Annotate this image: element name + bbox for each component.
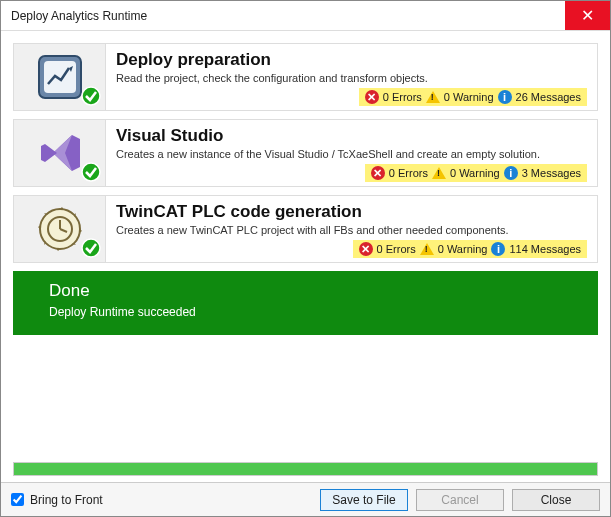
warnings-count: 0 Warning <box>444 91 494 103</box>
svg-rect-1 <box>44 61 76 93</box>
success-check-icon <box>81 238 101 258</box>
step-body: Visual Studio Creates a new instance of … <box>106 120 597 186</box>
error-icon: ✕ <box>359 242 373 256</box>
step-description: Read the project, check the configuratio… <box>116 72 587 84</box>
info-icon: i <box>498 90 512 104</box>
messages-count: 26 Messages <box>516 91 581 103</box>
info-icon: i <box>491 242 505 256</box>
chart-icon <box>35 52 85 102</box>
warning-icon <box>420 243 434 255</box>
progress-bar-wrap <box>1 462 610 482</box>
title-bar: Deploy Analytics Runtime ✕ <box>1 1 610 31</box>
success-check-icon <box>81 86 101 106</box>
close-button[interactable]: Close <box>512 489 600 511</box>
step-title: Visual Studio <box>116 126 587 146</box>
errors-count: 0 Errors <box>383 91 422 103</box>
step-deploy-preparation: Deploy preparation Read the project, che… <box>13 43 598 111</box>
errors-count: 0 Errors <box>389 167 428 179</box>
status-strip[interactable]: ✕ 0 Errors 0 Warning i 3 Messages <box>365 164 587 182</box>
step-body: Deploy preparation Read the project, che… <box>106 44 597 110</box>
error-icon: ✕ <box>371 166 385 180</box>
warnings-count: 0 Warning <box>450 167 500 179</box>
step-body: TwinCAT PLC code generation Creates a ne… <box>106 196 597 262</box>
svg-point-4 <box>82 163 100 181</box>
error-icon: ✕ <box>365 90 379 104</box>
save-to-file-button[interactable]: Save to File <box>320 489 408 511</box>
window-title: Deploy Analytics Runtime <box>11 9 565 23</box>
footer: Bring to Front Save to File Cancel Close <box>1 482 610 516</box>
done-title: Done <box>49 281 588 301</box>
errors-count: 0 Errors <box>377 243 416 255</box>
step-description: Creates a new TwinCAT PLC project with a… <box>116 224 587 236</box>
window-close-button[interactable]: ✕ <box>565 1 610 30</box>
step-icon-cell <box>14 120 106 186</box>
svg-point-9 <box>82 239 100 257</box>
progress-bar <box>13 462 598 476</box>
svg-point-3 <box>82 87 100 105</box>
done-subtitle: Deploy Runtime succeeded <box>49 305 588 319</box>
messages-count: 3 Messages <box>522 167 581 179</box>
cancel-button: Cancel <box>416 489 504 511</box>
step-visual-studio: Visual Studio Creates a new instance of … <box>13 119 598 187</box>
close-icon: ✕ <box>581 6 594 25</box>
warnings-count: 0 Warning <box>438 243 488 255</box>
success-check-icon <box>81 162 101 182</box>
warning-icon <box>432 167 446 179</box>
step-twincat-plc: TwinCAT PLC code generation Creates a ne… <box>13 195 598 263</box>
step-title: TwinCAT PLC code generation <box>116 202 587 222</box>
status-strip[interactable]: ✕ 0 Errors 0 Warning i 114 Messages <box>353 240 587 258</box>
messages-count: 114 Messages <box>509 243 581 255</box>
bring-to-front-checkbox[interactable] <box>11 493 24 506</box>
gear-clock-icon <box>35 204 85 254</box>
done-panel: Done Deploy Runtime succeeded <box>13 271 598 335</box>
warning-icon <box>426 91 440 103</box>
visual-studio-icon <box>35 128 85 178</box>
step-title: Deploy preparation <box>116 50 587 70</box>
step-icon-cell <box>14 196 106 262</box>
info-icon: i <box>504 166 518 180</box>
main-content: Deploy preparation Read the project, che… <box>1 31 610 462</box>
bring-to-front-label[interactable]: Bring to Front <box>30 493 103 507</box>
step-icon-cell <box>14 44 106 110</box>
status-strip[interactable]: ✕ 0 Errors 0 Warning i 26 Messages <box>359 88 587 106</box>
step-description: Creates a new instance of the Visual Stu… <box>116 148 587 160</box>
